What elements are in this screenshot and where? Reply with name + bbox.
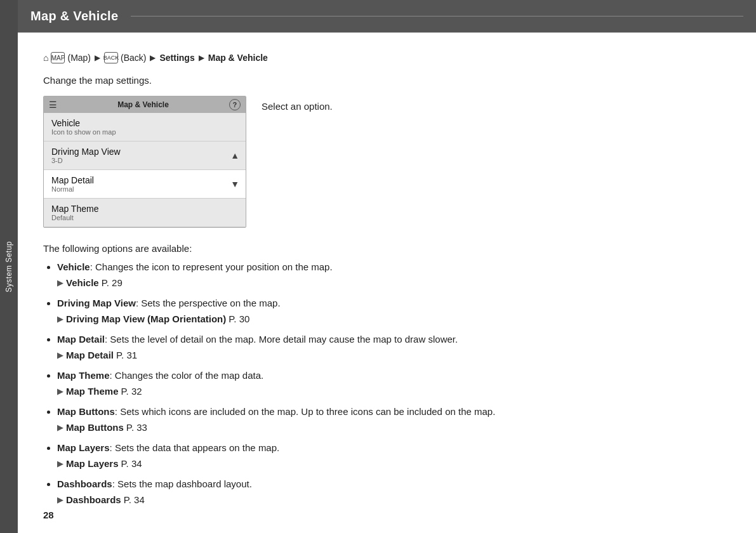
caption-text: Select an option. — [262, 96, 333, 112]
list-item-dashboards: Dashboards: Sets the map dashboard layou… — [57, 477, 731, 507]
sub-ref-mapdetail: ▶ Map Detail P. 31 — [57, 348, 731, 363]
breadcrumb-arrow-1: ▶ — [95, 53, 100, 62]
sidebar: System Setup — [0, 0, 18, 533]
screenshot-item-maptheme-main: Map Theme — [51, 204, 238, 214]
main-content: Map & Vehicle ⌂ MAP (Map) ▶ BACK (Back) … — [18, 0, 756, 533]
ref-arrow-vehicle: ▶ — [57, 277, 63, 289]
map-label: (Map) — [67, 53, 91, 63]
content-area: ⌂ MAP (Map) ▶ BACK (Back) ▶ Settings ▶ M… — [18, 33, 756, 533]
menu-icon: ☰ — [49, 100, 57, 110]
breadcrumb-arrow-2: ▶ — [150, 53, 156, 62]
header-divider — [131, 16, 743, 16]
ref-text-driving: Driving Map View (Map Orientation) — [66, 312, 226, 327]
sub-ref-maplayers: ▶ Map Layers P. 34 — [57, 457, 731, 471]
list-item-mapdetail: Map Detail: Sets the level of detail on … — [57, 332, 731, 362]
screenshot-title: Map & Vehicle — [117, 100, 169, 109]
option-desc-maptheme: : Changes the color of the map data. — [110, 370, 264, 381]
option-name-mapbuttons: Map Buttons — [57, 406, 115, 417]
help-icon: ? — [229, 99, 241, 110]
scroll-down-icon: ▼ — [230, 179, 239, 189]
screenshot-item-mapdetail[interactable]: Map Detail Normal ▼ — [44, 170, 246, 199]
back-label: (Back) — [121, 53, 146, 63]
screenshot-item-mapdetail-sub: Normal — [51, 185, 238, 193]
ref-page-vehicle: P. 29 — [102, 276, 123, 291]
ref-arrow-mapbuttons: ▶ — [57, 421, 63, 434]
option-name-maplayers: Map Layers — [57, 442, 110, 453]
breadcrumb-arrow-3: ▶ — [199, 53, 204, 62]
option-desc-mapbuttons: : Sets which icons are included on the m… — [115, 406, 496, 417]
ref-arrow-dashboards: ▶ — [57, 494, 63, 506]
sub-ref-driving: ▶ Driving Map View (Map Orientation) P. … — [57, 312, 731, 327]
option-name-vehicle: Vehicle — [57, 261, 90, 272]
ref-arrow-driving: ▶ — [57, 313, 63, 326]
screenshot-item-maptheme[interactable]: Map Theme Default — [44, 199, 246, 227]
option-desc-maplayers: : Sets the data that appears on the map. — [110, 442, 280, 453]
sub-ref-vehicle: ▶ Vehicle P. 29 — [57, 276, 731, 291]
screenshot-item-mapdetail-main: Map Detail — [51, 175, 238, 185]
option-name-mapdetail: Map Detail — [57, 334, 105, 345]
ref-text-maplayers: Map Layers — [66, 457, 119, 471]
list-item-driving: Driving Map View: Sets the perspective o… — [57, 296, 731, 326]
ref-arrow-maplayers: ▶ — [57, 457, 63, 470]
breadcrumb-page: Map & Vehicle — [208, 53, 268, 63]
ref-page-driving: P. 30 — [229, 312, 249, 327]
option-name-maptheme: Map Theme — [57, 370, 110, 381]
ref-text-mapdetail: Map Detail — [66, 348, 114, 363]
intro-text: Change the map settings. — [43, 75, 731, 86]
list-item-vehicle: Vehicle: Changes the icon to represent y… — [57, 260, 731, 290]
scroll-up-icon: ▲ — [230, 150, 239, 161]
ref-page-mapdetail: P. 31 — [116, 348, 137, 363]
option-desc-vehicle: : Changes the icon to represent your pos… — [90, 261, 333, 272]
breadcrumb: ⌂ MAP (Map) ▶ BACK (Back) ▶ Settings ▶ M… — [43, 52, 731, 63]
ref-arrow-mapdetail: ▶ — [57, 349, 63, 362]
screenshot-item-driving-main: Driving Map View — [51, 147, 238, 157]
sub-ref-maptheme: ▶ Map Theme P. 32 — [57, 385, 731, 399]
list-item-maptheme: Map Theme: Changes the color of the map … — [57, 369, 731, 398]
available-text: The following options are available: — [43, 243, 731, 254]
option-desc-driving: : Sets the perspective on the map. — [136, 298, 281, 308]
screenshot-item-vehicle[interactable]: Vehicle Icon to show on map — [44, 113, 246, 141]
screenshot-item-driving[interactable]: Driving Map View 3-D ▲ — [44, 141, 246, 170]
list-item-maplayers: Map Layers: Sets the data that appears o… — [57, 441, 731, 471]
breadcrumb-settings: Settings — [159, 53, 194, 63]
ref-text-dashboards: Dashboards — [66, 493, 121, 508]
screenshot-item-vehicle-main: Vehicle — [51, 118, 238, 128]
ref-page-dashboards: P. 34 — [124, 493, 145, 508]
list-item-mapbuttons: Map Buttons: Sets which icons are includ… — [57, 405, 731, 435]
sub-ref-mapbuttons: ▶ Map Buttons P. 33 — [57, 421, 731, 435]
body-section: The following options are available: Veh… — [43, 243, 731, 507]
home-icon: ⌂ — [43, 53, 48, 63]
ref-text-maptheme: Map Theme — [66, 385, 119, 399]
page-title: Map & Vehicle — [30, 9, 118, 23]
screenshot-row: ☰ Map & Vehicle ? Vehicle Icon to show o… — [43, 96, 731, 228]
ref-page-maptheme: P. 32 — [121, 385, 142, 399]
ref-arrow-maptheme: ▶ — [57, 385, 63, 398]
option-name-dashboards: Dashboards — [57, 478, 112, 489]
screenshot-item-vehicle-sub: Icon to show on map — [51, 128, 238, 136]
back-icon: BACK — [104, 52, 118, 63]
map-icon: MAP — [51, 52, 65, 63]
ref-page-maplayers: P. 34 — [121, 457, 142, 471]
screenshot-item-maptheme-sub: Default — [51, 214, 238, 221]
sub-ref-dashboards: ▶ Dashboards P. 34 — [57, 493, 731, 508]
screenshot-item-driving-sub: 3-D — [51, 157, 238, 164]
page-number: 28 — [43, 510, 54, 520]
ref-page-mapbuttons: P. 33 — [126, 421, 147, 435]
screenshot-mockup: ☰ Map & Vehicle ? Vehicle Icon to show o… — [43, 96, 246, 228]
option-name-driving: Driving Map View — [57, 298, 136, 308]
ref-text-mapbuttons: Map Buttons — [66, 421, 124, 435]
ref-text-vehicle: Vehicle — [66, 276, 99, 291]
option-desc-mapdetail: : Sets the level of detail on the map. M… — [105, 334, 458, 345]
option-desc-dashboards: : Sets the map dashboard layout. — [112, 478, 252, 489]
page-header: Map & Vehicle — [18, 0, 756, 33]
screenshot-header: ☰ Map & Vehicle ? — [44, 96, 246, 113]
sidebar-label: System Setup — [4, 241, 13, 293]
options-list: Vehicle: Changes the icon to represent y… — [43, 260, 731, 507]
